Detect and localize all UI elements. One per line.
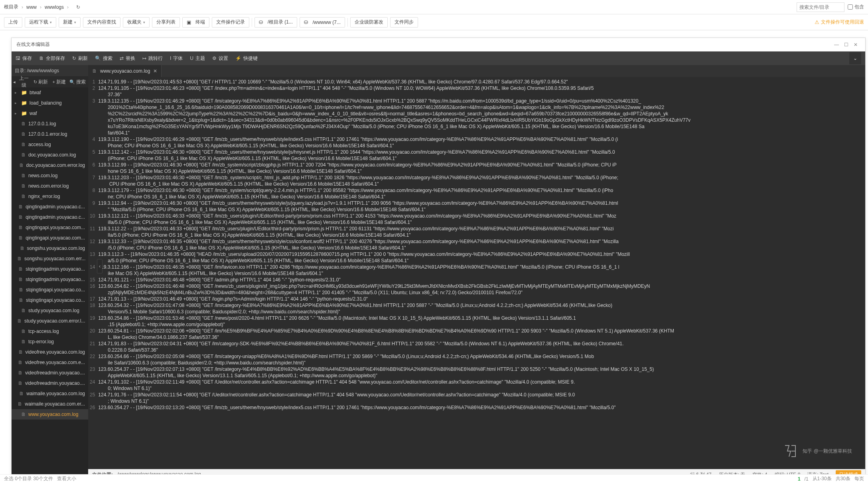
favorite-button[interactable]: 收藏夹▾ [123, 17, 150, 28]
breadcrumb-bar: 根目录 › www › wwwlogs › ↻ 包含 [0, 0, 868, 14]
content-search-button[interactable]: 文件内容查找 [83, 17, 120, 28]
warning-banner: ⚠ 文件操作可使用回退 [815, 19, 864, 26]
breadcrumb-wwwlogs[interactable]: wwwlogs [45, 4, 64, 10]
disk-icon: ⛁ [304, 20, 308, 25]
new-button[interactable]: 新建▾ [59, 17, 81, 28]
tamper-button[interactable]: 企业级防篡改 [350, 17, 388, 28]
remote-download-button[interactable]: 远程下载▾ [25, 17, 56, 28]
include-checkbox[interactable]: 包含 [848, 4, 864, 10]
op-record-button[interactable]: 文件操作记录 [212, 17, 249, 28]
share-button[interactable]: 分享列表 [152, 17, 180, 28]
upload-button[interactable]: 上传 [4, 17, 22, 28]
terminal-button[interactable]: ▣ 终端 [182, 17, 209, 28]
file-toolbar: 上传 远程下载▾ 新建▾ 文件内容查找 收藏夹▾ 分享列表 ▣ 终端 文件操作记… [0, 14, 868, 30]
file-search-input[interactable] [797, 2, 844, 12]
sync-button[interactable]: 文件同步 [390, 17, 418, 28]
breadcrumb-www[interactable]: www [26, 4, 37, 10]
disk-icon: ⛁ [259, 20, 263, 25]
disk-root-button[interactable]: ⛁ /根目录 (1... [254, 17, 297, 28]
breadcrumb-root[interactable]: 根目录 [4, 4, 18, 10]
disk-www-button[interactable]: ⛁ /wwwww (7... [300, 17, 345, 28]
warning-icon: ⚠ [815, 19, 819, 25]
refresh-icon[interactable]: ↻ [74, 3, 82, 11]
